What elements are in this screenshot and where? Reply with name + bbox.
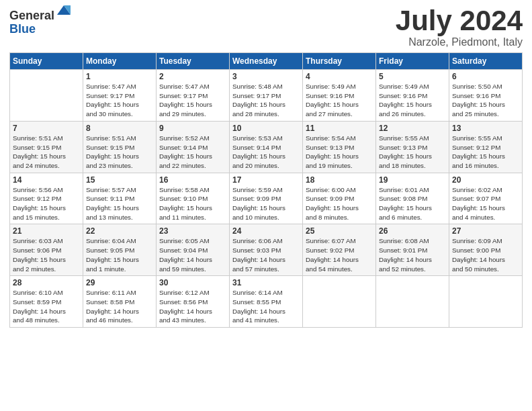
day-info: Sunrise: 6:05 AM Sunset: 9:04 PM Dayligh… [159, 236, 226, 273]
week-row-3: 14Sunrise: 5:56 AM Sunset: 9:12 PM Dayli… [10, 173, 523, 224]
day-number: 21 [13, 226, 80, 236]
day-info: Sunrise: 6:08 AM Sunset: 9:01 PM Dayligh… [379, 236, 446, 273]
col-wednesday: Wednesday [230, 53, 303, 70]
day-number: 8 [86, 124, 153, 133]
calendar-cell: 13Sunrise: 5:55 AM Sunset: 9:12 PM Dayli… [449, 121, 523, 173]
day-number: 27 [452, 226, 519, 236]
calendar-cell: 27Sunrise: 6:09 AM Sunset: 9:00 PM Dayli… [449, 224, 523, 276]
day-number: 3 [232, 72, 300, 81]
day-info: Sunrise: 5:50 AM Sunset: 9:16 PM Dayligh… [452, 82, 519, 119]
calendar-cell: 21Sunrise: 6:03 AM Sunset: 9:06 PM Dayli… [10, 224, 83, 276]
col-monday: Monday [83, 53, 157, 70]
calendar-cell: 2Sunrise: 5:47 AM Sunset: 9:17 PM Daylig… [157, 70, 230, 122]
day-info: Sunrise: 5:55 AM Sunset: 9:12 PM Dayligh… [452, 134, 519, 171]
header: General Blue July 2024 Narzole, Piedmont… [9, 7, 523, 48]
day-info: Sunrise: 5:49 AM Sunset: 9:16 PM Dayligh… [306, 82, 373, 119]
day-info: Sunrise: 5:59 AM Sunset: 9:09 PM Dayligh… [232, 185, 300, 222]
month-title: July 2024 [396, 7, 523, 35]
day-number: 6 [452, 72, 519, 81]
week-row-5: 28Sunrise: 6:10 AM Sunset: 8:59 PM Dayli… [10, 276, 523, 328]
calendar-cell: 18Sunrise: 6:00 AM Sunset: 9:09 PM Dayli… [303, 173, 376, 224]
calendar-cell: 3Sunrise: 5:48 AM Sunset: 9:17 PM Daylig… [230, 70, 303, 122]
location: Narzole, Piedmont, Italy [396, 36, 523, 48]
day-info: Sunrise: 5:49 AM Sunset: 9:16 PM Dayligh… [379, 82, 446, 119]
day-number: 31 [232, 278, 300, 287]
calendar-cell: 31Sunrise: 6:14 AM Sunset: 8:55 PM Dayli… [230, 276, 303, 328]
header-row: Sunday Monday Tuesday Wednesday Thursday… [10, 53, 523, 70]
logo-icon [56, 3, 72, 19]
day-number: 29 [86, 278, 153, 287]
day-number: 19 [379, 175, 446, 185]
logo-blue: Blue [9, 23, 54, 36]
day-number: 1 [86, 72, 153, 81]
col-saturday: Saturday [449, 53, 523, 70]
day-info: Sunrise: 5:47 AM Sunset: 9:17 PM Dayligh… [86, 82, 153, 119]
title-area: July 2024 Narzole, Piedmont, Italy [396, 7, 523, 48]
day-number: 17 [232, 175, 300, 185]
day-number: 16 [159, 175, 226, 185]
calendar-cell: 9Sunrise: 5:52 AM Sunset: 9:14 PM Daylig… [157, 121, 230, 173]
day-info: Sunrise: 6:03 AM Sunset: 9:06 PM Dayligh… [13, 236, 80, 273]
day-info: Sunrise: 5:47 AM Sunset: 9:17 PM Dayligh… [159, 82, 226, 119]
calendar-cell: 6Sunrise: 5:50 AM Sunset: 9:16 PM Daylig… [449, 70, 523, 122]
day-number: 30 [159, 278, 226, 287]
day-info: Sunrise: 6:02 AM Sunset: 9:07 PM Dayligh… [452, 185, 519, 222]
day-number: 2 [159, 72, 226, 81]
calendar-cell: 24Sunrise: 6:06 AM Sunset: 9:03 PM Dayli… [230, 224, 303, 276]
col-thursday: Thursday [303, 53, 376, 70]
day-info: Sunrise: 5:51 AM Sunset: 9:15 PM Dayligh… [86, 134, 153, 171]
calendar-cell: 1Sunrise: 5:47 AM Sunset: 9:17 PM Daylig… [83, 70, 157, 122]
week-row-4: 21Sunrise: 6:03 AM Sunset: 9:06 PM Dayli… [10, 224, 523, 276]
day-info: Sunrise: 5:57 AM Sunset: 9:11 PM Dayligh… [86, 185, 153, 222]
day-number: 24 [232, 226, 300, 236]
day-info: Sunrise: 6:01 AM Sunset: 9:08 PM Dayligh… [379, 185, 446, 222]
calendar-cell: 19Sunrise: 6:01 AM Sunset: 9:08 PM Dayli… [376, 173, 449, 224]
day-number: 15 [86, 175, 153, 185]
week-row-1: 1Sunrise: 5:47 AM Sunset: 9:17 PM Daylig… [10, 70, 523, 122]
calendar-cell: 29Sunrise: 6:11 AM Sunset: 8:58 PM Dayli… [83, 276, 157, 328]
day-number: 11 [306, 124, 373, 133]
day-info: Sunrise: 6:09 AM Sunset: 9:00 PM Dayligh… [452, 236, 519, 273]
page-container: General Blue July 2024 Narzole, Piedmont… [0, 0, 532, 334]
calendar-cell: 25Sunrise: 6:07 AM Sunset: 9:02 PM Dayli… [303, 224, 376, 276]
day-number: 23 [159, 226, 226, 236]
day-number: 7 [13, 124, 80, 133]
logo: General Blue [9, 9, 72, 36]
day-number: 13 [452, 124, 519, 133]
calendar-cell [376, 276, 449, 328]
day-number: 14 [13, 175, 80, 185]
day-number: 20 [452, 175, 519, 185]
calendar-cell [449, 276, 523, 328]
day-number: 4 [306, 72, 373, 81]
day-info: Sunrise: 6:07 AM Sunset: 9:02 PM Dayligh… [306, 236, 373, 273]
day-info: Sunrise: 5:55 AM Sunset: 9:13 PM Dayligh… [379, 134, 446, 171]
calendar-cell: 26Sunrise: 6:08 AM Sunset: 9:01 PM Dayli… [376, 224, 449, 276]
logo-general: General [9, 9, 54, 23]
day-number: 22 [86, 226, 153, 236]
calendar-cell: 23Sunrise: 6:05 AM Sunset: 9:04 PM Dayli… [157, 224, 230, 276]
day-number: 18 [306, 175, 373, 185]
day-info: Sunrise: 5:52 AM Sunset: 9:14 PM Dayligh… [159, 134, 226, 171]
day-info: Sunrise: 6:11 AM Sunset: 8:58 PM Dayligh… [86, 288, 153, 325]
day-info: Sunrise: 6:00 AM Sunset: 9:09 PM Dayligh… [306, 185, 373, 222]
day-info: Sunrise: 5:48 AM Sunset: 9:17 PM Dayligh… [232, 82, 300, 119]
day-info: Sunrise: 6:10 AM Sunset: 8:59 PM Dayligh… [13, 288, 80, 325]
calendar-cell [10, 70, 83, 122]
calendar-cell: 10Sunrise: 5:53 AM Sunset: 9:14 PM Dayli… [230, 121, 303, 173]
day-number: 25 [306, 226, 373, 236]
day-info: Sunrise: 5:53 AM Sunset: 9:14 PM Dayligh… [232, 134, 300, 171]
day-info: Sunrise: 6:04 AM Sunset: 9:05 PM Dayligh… [86, 236, 153, 273]
day-number: 5 [379, 72, 446, 81]
day-info: Sunrise: 6:06 AM Sunset: 9:03 PM Dayligh… [232, 236, 300, 273]
day-info: Sunrise: 5:51 AM Sunset: 9:15 PM Dayligh… [13, 134, 80, 171]
calendar-cell [303, 276, 376, 328]
calendar-cell: 5Sunrise: 5:49 AM Sunset: 9:16 PM Daylig… [376, 70, 449, 122]
calendar-cell: 7Sunrise: 5:51 AM Sunset: 9:15 PM Daylig… [10, 121, 83, 173]
day-info: Sunrise: 5:56 AM Sunset: 9:12 PM Dayligh… [13, 185, 80, 222]
calendar-cell: 12Sunrise: 5:55 AM Sunset: 9:13 PM Dayli… [376, 121, 449, 173]
calendar-cell: 30Sunrise: 6:12 AM Sunset: 8:56 PM Dayli… [157, 276, 230, 328]
calendar-cell: 22Sunrise: 6:04 AM Sunset: 9:05 PM Dayli… [83, 224, 157, 276]
calendar-table: Sunday Monday Tuesday Wednesday Thursday… [9, 52, 523, 328]
day-number: 10 [232, 124, 300, 133]
calendar-cell: 16Sunrise: 5:58 AM Sunset: 9:10 PM Dayli… [157, 173, 230, 224]
